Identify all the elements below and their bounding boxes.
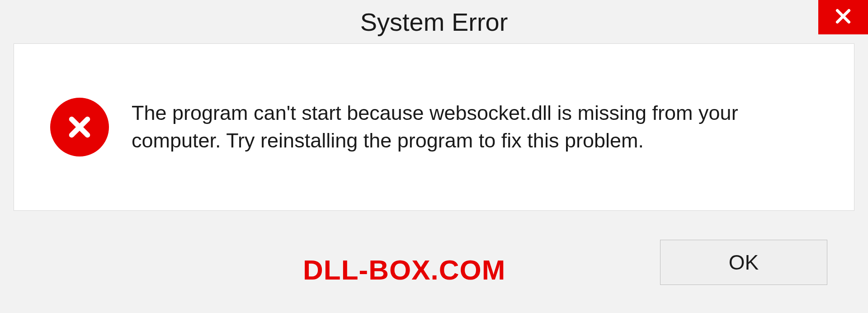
error-message: The program can't start because websocke… [132,100,822,155]
dialog-title: System Error [360,7,508,37]
close-icon [833,6,853,28]
error-circle-x-icon [50,98,109,156]
error-dialog: System Error The program can't start bec… [0,0,868,313]
ok-button[interactable]: OK [660,240,827,285]
message-panel: The program can't start because websocke… [14,43,854,211]
close-button[interactable] [818,0,868,34]
dialog-footer: DLL-BOX.COM OK [0,211,868,313]
watermark-text: DLL-BOX.COM [303,254,505,286]
titlebar: System Error [0,0,868,43]
